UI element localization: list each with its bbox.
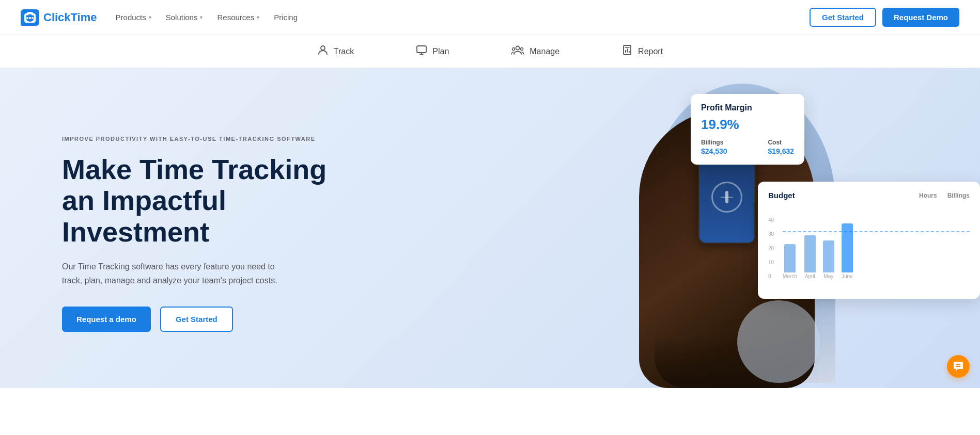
hero-demo-button[interactable]: Request a demo (62, 307, 151, 332)
bar-may-label: May (823, 273, 833, 279)
navbar-right: Get Started Request Demo (810, 8, 959, 27)
logo-icon (21, 9, 39, 26)
svg-rect-1 (27, 12, 28, 15)
chat-bubble[interactable] (947, 355, 970, 378)
nav-products[interactable]: Products ▾ (116, 13, 151, 22)
profit-value: 19.9% (701, 117, 794, 133)
logo[interactable]: ClickTime (21, 9, 97, 26)
bar-march-label: March (783, 273, 797, 279)
chart-bars: March April May (783, 223, 970, 289)
hero-title: Make Time Tracking an Impactful Investme… (62, 154, 351, 247)
cost-group: Cost $19,632 (768, 139, 794, 155)
billings-group: Billings $24,530 (701, 139, 727, 155)
screen-icon (416, 44, 427, 58)
svg-point-6 (321, 46, 325, 50)
svg-rect-7 (417, 46, 426, 53)
hero-eyebrow: IMPROVE PRODUCTIVITY WITH EASY-TO-USE TI… (62, 135, 351, 143)
logo-text: ClickTime (43, 11, 97, 24)
hero-section: IMPROVE PRODUCTIVITY WITH EASY-TO-USE TI… (0, 68, 980, 388)
chart-y-axis: 0 10 20 30 40 (768, 217, 783, 289)
chevron-down-icon: ▾ (257, 14, 259, 20)
svg-point-12 (521, 48, 523, 51)
sub-nav: Track Plan Manage (0, 35, 980, 68)
nav-pricing[interactable]: Pricing (274, 13, 298, 22)
svg-rect-2 (32, 12, 33, 15)
person-icon (317, 44, 329, 58)
budget-col-labels: Hours Billings (919, 192, 970, 199)
group-icon (511, 44, 524, 58)
subnav-report[interactable]: Report (621, 44, 663, 58)
svg-rect-15 (627, 49, 628, 53)
svg-rect-16 (629, 51, 630, 53)
dashed-line (783, 231, 970, 232)
phone-device (698, 151, 755, 244)
hero-buttons: Request a demo Get Started (62, 307, 351, 332)
chevron-down-icon: ▾ (149, 14, 151, 20)
svg-rect-5 (32, 17, 34, 19)
svg-point-11 (512, 48, 515, 51)
nav-resources[interactable]: Resources ▾ (217, 13, 259, 22)
bar-may-bar (823, 240, 834, 272)
budget-header: Budget Hours Billings (768, 191, 970, 200)
navbar: ClickTime Products ▾ Solutions ▾ Resourc… (0, 0, 980, 35)
subnav-report-label: Report (638, 47, 663, 56)
svg-rect-0 (25, 14, 35, 22)
budget-title: Budget (768, 191, 795, 200)
chart-bars-area: March April May (783, 223, 970, 289)
navbar-left: ClickTime Products ▾ Solutions ▾ Resourc… (21, 9, 298, 26)
budget-chart-card: Budget Hours Billings 0 10 20 30 40 (758, 182, 980, 299)
hero-content: IMPROVE PRODUCTIVITY WITH EASY-TO-USE TI… (62, 135, 351, 331)
hero-subtitle: Our Time Tracking software has every fea… (62, 260, 289, 287)
chevron-down-icon: ▾ (200, 14, 203, 20)
bar-march: March (783, 244, 797, 279)
nav-solutions[interactable]: Solutions ▾ (166, 13, 203, 22)
chart-area: 0 10 20 30 40 March (768, 207, 970, 289)
bar-june-label: June (842, 273, 853, 279)
svg-rect-4 (29, 17, 31, 19)
get-started-button[interactable]: Get Started (810, 8, 876, 27)
hero-started-button[interactable]: Get Started (160, 307, 233, 332)
bar-april-bar (804, 235, 816, 272)
subnav-manage-label: Manage (530, 47, 559, 56)
bar-april: April (804, 235, 816, 279)
subnav-track-label: Track (334, 47, 354, 56)
request-demo-button[interactable]: Request Demo (882, 8, 959, 27)
subnav-plan-label: Plan (432, 47, 449, 56)
report-icon (621, 44, 633, 58)
subnav-track[interactable]: Track (317, 44, 354, 58)
subnav-manage[interactable]: Manage (511, 44, 559, 58)
svg-rect-3 (26, 17, 28, 19)
circle-decoration (737, 300, 820, 383)
svg-point-10 (516, 46, 520, 50)
profit-margin-card: Profit Margin 19.9% Billings $24,530 Cos… (691, 94, 804, 165)
bar-march-bar (784, 244, 796, 272)
svg-rect-14 (625, 50, 626, 53)
subnav-plan[interactable]: Plan (416, 44, 449, 58)
billings-row: Billings $24,530 Cost $19,632 (701, 139, 794, 155)
billings-col-label: Billings (947, 192, 970, 199)
hours-label: Hours (919, 192, 937, 199)
nav-links: Products ▾ Solutions ▾ Resources ▾ Prici… (116, 13, 298, 22)
hero-visual: Profit Margin 19.9% Billings $24,530 Cos… (587, 68, 980, 388)
bar-april-label: April (805, 273, 815, 279)
profit-card-title: Profit Margin (701, 103, 794, 112)
bar-may: May (823, 240, 834, 279)
